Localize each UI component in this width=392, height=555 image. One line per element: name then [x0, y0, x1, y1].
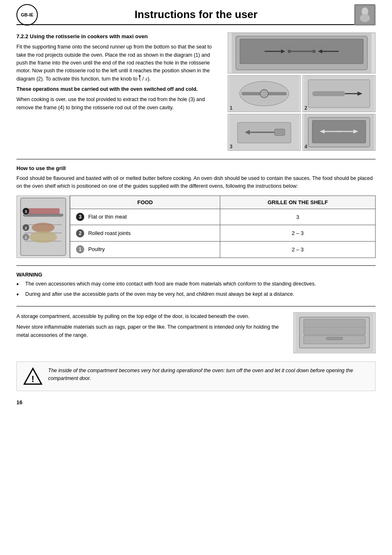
- rotisserie-text: 7.2.2 Using the rotisserie in cookers wi…: [16, 32, 221, 151]
- brand-logo: [354, 4, 376, 25]
- food-name-1: Flat or thin meat: [88, 214, 127, 220]
- grille-cell-1: 3: [220, 209, 376, 225]
- caution-box: ! The inside of the compartment becomes …: [16, 362, 376, 391]
- storage-para2: Never store inflammable materials such a…: [16, 323, 285, 339]
- rotisserie-img-top: [228, 32, 376, 74]
- rotisserie-bold: These operations must be carried out wit…: [16, 85, 221, 93]
- rotisserie-para2: When cooking is over, use the tool provi…: [16, 96, 221, 112]
- svg-point-41: [32, 223, 55, 233]
- rotisserie-para1: Fit the supporting frame onto the second…: [16, 43, 221, 83]
- food-num-2: 2: [76, 229, 84, 237]
- food-name-3: Poultry: [88, 246, 105, 252]
- list-item: The oven accessories which may come into…: [16, 280, 376, 288]
- img-label-1: 1: [230, 105, 233, 111]
- food-cell-2: 2 Rolled roast joints: [70, 225, 220, 242]
- grill-diagram: 3 2 1: [16, 196, 70, 258]
- grill-section: How to use the grill Food should be flav…: [16, 165, 376, 258]
- svg-point-16: [260, 90, 268, 98]
- grill-layout: 3 2 1 FOOD GRILLE ON THE SHELF 3 Flat or: [16, 196, 376, 258]
- section-divider-2: [16, 265, 376, 266]
- page-title: Instructions for the user: [134, 8, 257, 21]
- warning-item-1: The oven accessories which may come into…: [25, 280, 316, 288]
- rotisserie-img-2: 2: [302, 75, 376, 112]
- svg-point-2: [360, 14, 370, 22]
- section-divider-1: [16, 159, 376, 159]
- warning-section: WARNING The oven accessories which may c…: [16, 272, 376, 299]
- img-label-3: 3: [230, 144, 233, 150]
- img-label-4: 4: [304, 144, 307, 150]
- col-food: FOOD: [70, 196, 220, 209]
- rotisserie-heading: 7.2.2 Using the rotisserie in cookers wi…: [16, 32, 221, 41]
- table-row: 1 Poultry 2 – 3: [70, 242, 376, 258]
- warning-item-2: During and after use the accessible part…: [25, 290, 295, 298]
- page-header: GB-IE Instructions for the user: [16, 8, 376, 25]
- storage-text: A storage compartment, accessible by pul…: [16, 312, 285, 339]
- svg-rect-21: [312, 91, 345, 96]
- rotisserie-img-1: 1: [228, 75, 301, 112]
- food-name-2: Rolled roast joints: [88, 230, 131, 236]
- svg-rect-40: [27, 208, 60, 214]
- svg-rect-53: [304, 319, 365, 335]
- caution-icon: !: [23, 367, 42, 386]
- grill-intro: Food should be flavoured and basted with…: [16, 175, 376, 191]
- svg-text:!: !: [31, 374, 34, 384]
- gb-ie-logo: GB-IE: [16, 4, 38, 25]
- warning-heading: WARNING: [16, 272, 376, 278]
- list-item: During and after use the accessible part…: [16, 290, 376, 298]
- food-num-1: 1: [76, 245, 84, 253]
- warning-list: The oven accessories which may come into…: [16, 280, 376, 299]
- svg-point-12: [312, 50, 316, 53]
- svg-text:3: 3: [25, 210, 27, 214]
- food-num-3: 3: [76, 213, 84, 221]
- svg-rect-52: [326, 337, 343, 340]
- storage-image: [293, 312, 376, 353]
- rotisserie-section: 7.2.2 Using the rotisserie in cookers wi…: [16, 32, 376, 151]
- storage-para1: A storage compartment, accessible by pul…: [16, 312, 285, 320]
- rotisserie-img-4: 4: [302, 114, 376, 151]
- food-cell-1: 3 Flat or thin meat: [70, 209, 220, 225]
- page-number: 16: [16, 399, 376, 405]
- svg-point-42: [29, 231, 57, 243]
- grill-heading: How to use the grill: [16, 165, 376, 171]
- svg-rect-26: [274, 129, 285, 136]
- grill-table: FOOD GRILLE ON THE SHELF 3 Flat or thin …: [70, 196, 376, 258]
- rotisserie-images: 1 2 3: [228, 32, 376, 151]
- storage-section: A storage compartment, accessible by pul…: [16, 312, 376, 353]
- grille-cell-2: 2 – 3: [220, 225, 376, 242]
- table-row: 3 Flat or thin meat 3: [70, 209, 376, 225]
- caution-text: The inside of the compartment becomes ve…: [48, 367, 369, 383]
- img-label-2: 2: [304, 105, 307, 111]
- svg-rect-39: [23, 214, 63, 216]
- rotisserie-img-3: 3: [228, 114, 301, 151]
- grille-cell-3: 2 – 3: [220, 242, 376, 258]
- svg-text:1: 1: [25, 235, 27, 240]
- svg-text:2: 2: [25, 226, 27, 230]
- table-row: 2 Rolled roast joints 2 – 3: [70, 225, 376, 242]
- svg-point-11: [288, 50, 291, 53]
- section-divider-3: [16, 306, 376, 306]
- col-grille: GRILLE ON THE SHELF: [220, 196, 376, 209]
- food-cell-3: 1 Poultry: [70, 242, 220, 258]
